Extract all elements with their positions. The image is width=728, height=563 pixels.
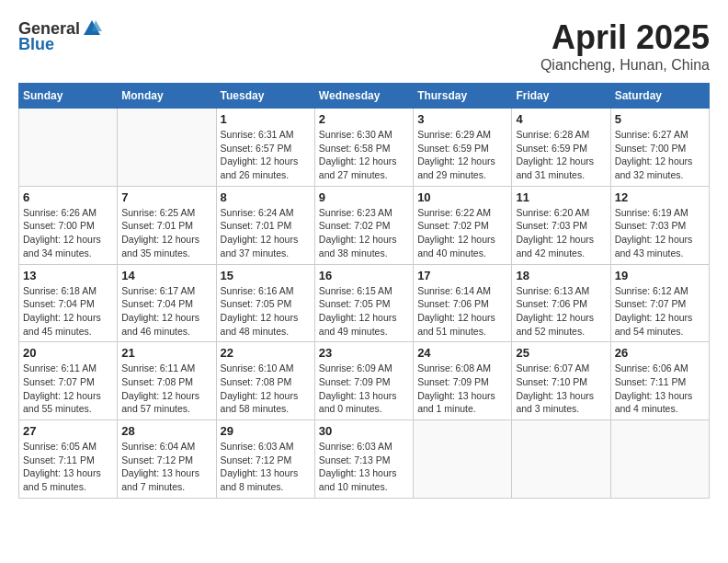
calendar-header-row: Sunday Monday Tuesday Wednesday Thursday… (19, 84, 710, 109)
day-number: 23 (319, 346, 409, 360)
day-number: 14 (121, 269, 211, 282)
day-number: 26 (615, 346, 705, 360)
day-info: Sunrise: 6:10 AMSunset: 7:08 PMDaylight:… (221, 362, 311, 416)
table-row: 24Sunrise: 6:08 AMSunset: 7:09 PMDayligh… (414, 342, 512, 420)
day-number: 12 (615, 190, 705, 204)
table-row: 10Sunrise: 6:22 AMSunset: 7:02 PMDayligh… (414, 186, 512, 264)
day-info: Sunrise: 6:25 AMSunset: 7:01 PMDaylight:… (121, 206, 211, 260)
day-info: Sunrise: 6:23 AMSunset: 7:02 PMDaylight:… (319, 206, 409, 260)
day-info: Sunrise: 6:14 AMSunset: 7:06 PMDaylight:… (417, 284, 507, 339)
table-row: 13Sunrise: 6:18 AMSunset: 7:04 PMDayligh… (19, 264, 118, 342)
week-row-3: 13Sunrise: 6:18 AMSunset: 7:04 PMDayligh… (19, 264, 710, 342)
table-row: 16Sunrise: 6:15 AMSunset: 7:05 PMDayligh… (314, 264, 413, 342)
day-info: Sunrise: 6:07 AMSunset: 7:10 PMDaylight:… (516, 362, 606, 416)
day-number: 9 (319, 190, 409, 204)
calendar-table: Sunday Monday Tuesday Wednesday Thursday… (18, 83, 710, 499)
day-number: 2 (319, 112, 409, 126)
logo-blue: Blue (18, 35, 102, 54)
table-row: 1Sunrise: 6:31 AMSunset: 6:57 PMDaylight… (216, 109, 314, 187)
table-row: 20Sunrise: 6:11 AMSunset: 7:07 PMDayligh… (19, 342, 118, 420)
day-number: 27 (23, 424, 113, 438)
page-header: General Blue April 2025 Qiancheng, Hunan… (18, 18, 710, 74)
col-tuesday: Tuesday (216, 84, 314, 109)
day-info: Sunrise: 6:15 AMSunset: 7:05 PMDaylight:… (319, 284, 409, 339)
table-row: 7Sunrise: 6:25 AMSunset: 7:01 PMDaylight… (118, 186, 216, 264)
week-row-1: 1Sunrise: 6:31 AMSunset: 6:57 PMDaylight… (19, 109, 710, 187)
table-row: 6Sunrise: 6:26 AMSunset: 7:00 PMDaylight… (19, 186, 118, 264)
table-row: 2Sunrise: 6:30 AMSunset: 6:58 PMDaylight… (314, 109, 413, 187)
day-number: 20 (23, 346, 113, 360)
day-info: Sunrise: 6:26 AMSunset: 7:00 PMDaylight:… (23, 206, 113, 260)
day-number: 22 (221, 346, 311, 360)
day-number: 19 (615, 269, 705, 282)
day-number: 24 (417, 346, 507, 360)
week-row-5: 27Sunrise: 6:05 AMSunset: 7:11 PMDayligh… (19, 420, 710, 499)
table-row: 29Sunrise: 6:03 AMSunset: 7:12 PMDayligh… (216, 420, 314, 499)
day-number: 13 (23, 269, 113, 282)
logo: General Blue (18, 18, 102, 54)
day-info: Sunrise: 6:19 AMSunset: 7:03 PMDaylight:… (615, 206, 705, 260)
day-number: 5 (615, 112, 705, 126)
table-row: 27Sunrise: 6:05 AMSunset: 7:11 PMDayligh… (19, 420, 118, 499)
day-info: Sunrise: 6:11 AMSunset: 7:07 PMDaylight:… (23, 362, 113, 416)
day-number: 28 (121, 424, 211, 438)
table-row (19, 109, 118, 187)
day-info: Sunrise: 6:18 AMSunset: 7:04 PMDaylight:… (23, 284, 113, 339)
table-row (414, 420, 512, 499)
day-number: 21 (121, 346, 211, 360)
day-number: 8 (221, 190, 311, 204)
location: Qiancheng, Hunan, China (540, 57, 710, 74)
day-info: Sunrise: 6:09 AMSunset: 7:09 PMDaylight:… (319, 362, 409, 416)
day-number: 30 (319, 424, 409, 438)
table-row (512, 420, 610, 499)
day-info: Sunrise: 6:03 AMSunset: 7:13 PMDaylight:… (319, 440, 409, 494)
table-row: 28Sunrise: 6:04 AMSunset: 7:12 PMDayligh… (118, 420, 216, 499)
day-number: 29 (221, 424, 311, 438)
table-row: 22Sunrise: 6:10 AMSunset: 7:08 PMDayligh… (216, 342, 314, 420)
day-info: Sunrise: 6:24 AMSunset: 7:01 PMDaylight:… (221, 206, 311, 260)
col-friday: Friday (512, 84, 610, 109)
table-row: 8Sunrise: 6:24 AMSunset: 7:01 PMDaylight… (216, 186, 314, 264)
day-info: Sunrise: 6:08 AMSunset: 7:09 PMDaylight:… (417, 362, 507, 416)
table-row: 25Sunrise: 6:07 AMSunset: 7:10 PMDayligh… (512, 342, 610, 420)
col-monday: Monday (118, 84, 216, 109)
day-info: Sunrise: 6:05 AMSunset: 7:11 PMDaylight:… (23, 440, 113, 494)
day-number: 17 (417, 269, 507, 282)
day-info: Sunrise: 6:22 AMSunset: 7:02 PMDaylight:… (417, 206, 507, 260)
day-number: 25 (516, 346, 606, 360)
col-wednesday: Wednesday (314, 84, 413, 109)
day-number: 6 (23, 190, 113, 204)
table-row (118, 109, 216, 187)
day-number: 7 (121, 190, 211, 204)
day-info: Sunrise: 6:11 AMSunset: 7:08 PMDaylight:… (121, 362, 211, 416)
table-row: 11Sunrise: 6:20 AMSunset: 7:03 PMDayligh… (512, 186, 610, 264)
day-info: Sunrise: 6:30 AMSunset: 6:58 PMDaylight:… (319, 128, 409, 182)
day-info: Sunrise: 6:29 AMSunset: 6:59 PMDaylight:… (417, 128, 507, 182)
col-sunday: Sunday (19, 84, 118, 109)
day-number: 3 (417, 112, 507, 126)
table-row: 17Sunrise: 6:14 AMSunset: 7:06 PMDayligh… (414, 264, 512, 342)
day-info: Sunrise: 6:03 AMSunset: 7:12 PMDaylight:… (221, 440, 311, 494)
table-row: 21Sunrise: 6:11 AMSunset: 7:08 PMDayligh… (118, 342, 216, 420)
table-row: 5Sunrise: 6:27 AMSunset: 7:00 PMDaylight… (610, 109, 709, 187)
week-row-4: 20Sunrise: 6:11 AMSunset: 7:07 PMDayligh… (19, 342, 710, 420)
day-info: Sunrise: 6:31 AMSunset: 6:57 PMDaylight:… (221, 128, 311, 182)
table-row: 18Sunrise: 6:13 AMSunset: 7:06 PMDayligh… (512, 264, 610, 342)
day-number: 18 (516, 269, 606, 282)
day-info: Sunrise: 6:16 AMSunset: 7:05 PMDaylight:… (221, 284, 311, 339)
day-number: 1 (221, 112, 311, 126)
table-row: 19Sunrise: 6:12 AMSunset: 7:07 PMDayligh… (610, 264, 709, 342)
week-row-2: 6Sunrise: 6:26 AMSunset: 7:00 PMDaylight… (19, 186, 710, 264)
col-thursday: Thursday (414, 84, 512, 109)
table-row: 23Sunrise: 6:09 AMSunset: 7:09 PMDayligh… (314, 342, 413, 420)
table-row: 14Sunrise: 6:17 AMSunset: 7:04 PMDayligh… (118, 264, 216, 342)
day-number: 11 (516, 190, 606, 204)
day-info: Sunrise: 6:06 AMSunset: 7:11 PMDaylight:… (615, 362, 705, 416)
day-info: Sunrise: 6:04 AMSunset: 7:12 PMDaylight:… (121, 440, 211, 494)
table-row: 30Sunrise: 6:03 AMSunset: 7:13 PMDayligh… (314, 420, 413, 499)
table-row: 4Sunrise: 6:28 AMSunset: 6:59 PMDaylight… (512, 109, 610, 187)
day-info: Sunrise: 6:27 AMSunset: 7:00 PMDaylight:… (615, 128, 705, 182)
table-row (610, 420, 709, 499)
table-row: 3Sunrise: 6:29 AMSunset: 6:59 PMDaylight… (414, 109, 512, 187)
day-info: Sunrise: 6:20 AMSunset: 7:03 PMDaylight:… (516, 206, 606, 260)
